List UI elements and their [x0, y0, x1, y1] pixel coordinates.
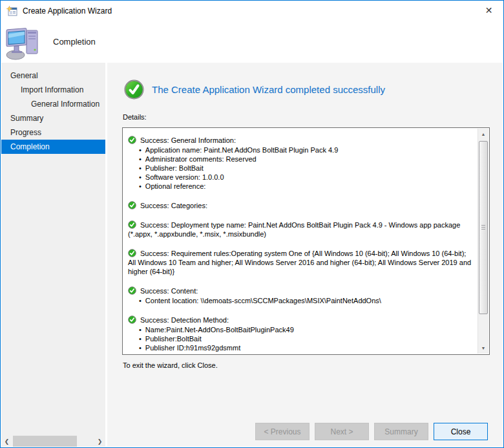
scroll-up-icon[interactable]: ▲	[478, 129, 488, 140]
detail-item: Name:Paint.Net-AddOns-BoltBaitPluginPack…	[139, 325, 475, 334]
previous-button[interactable]: < Previous	[255, 423, 310, 440]
sidebar-item-label: Summary	[10, 114, 43, 123]
section-head: Success: General Information:	[128, 136, 475, 145]
sidebar-item-summary[interactable]: Summary	[1, 111, 105, 125]
section-head: Success: Categories:	[128, 201, 475, 210]
section-head: Success: Detection Method:	[128, 315, 475, 325]
section-head: Success: Content:	[128, 286, 475, 295]
details-section: Success: Deployment type name: Paint.Net…	[128, 220, 475, 239]
sidebar-item-general[interactable]: General	[1, 69, 105, 83]
wizard-header-banner: Completion	[1, 21, 503, 63]
detail-item: Architecture: x64	[139, 352, 475, 354]
success-check-icon	[128, 220, 136, 229]
vscroll-grip	[481, 225, 485, 230]
section-title: Success: Categories:	[140, 202, 207, 209]
details-section: Success: General Information: Applicatio…	[128, 136, 475, 191]
sidebar-horizontal-scrollbar[interactable]: ❮ ❯	[1, 436, 105, 447]
section-title: Success: Deployment type name: Paint.Net…	[128, 221, 460, 238]
detail-item: Administrator comments: Reserved	[139, 155, 475, 164]
section-bullets: Name:Paint.Net-AddOns-BoltBaitPluginPack…	[128, 325, 475, 354]
section-title: Success: General Information:	[140, 136, 236, 144]
sidebar-item-label: Progress	[10, 128, 41, 137]
sidebar-item-completion[interactable]: Completion	[1, 140, 105, 154]
success-check-icon	[128, 201, 136, 209]
detail-item: Software version: 1.0.0.0	[139, 173, 475, 182]
details-list: Success: General Information: Applicatio…	[123, 128, 478, 354]
detail-item: Publisher ID:h91ms92gdsmmt	[139, 343, 475, 352]
sidebar-item-label: Import Information	[21, 85, 83, 94]
success-check-icon	[128, 286, 136, 295]
sidebar-item-progress[interactable]: Progress	[1, 125, 105, 140]
scroll-left-icon[interactable]: ❮	[1, 436, 12, 447]
section-title: Success: Content:	[140, 287, 198, 295]
summary-button[interactable]: Summary	[374, 423, 428, 440]
wizard-steps-sidebar: General Import Information General Infor…	[1, 63, 105, 447]
section-title: Success: Detection Method:	[140, 316, 229, 324]
scroll-down-icon[interactable]: ▼	[478, 343, 488, 354]
sidebar-item-label: Completion	[10, 142, 50, 151]
exit-hint-text: To exit the wizard, click Close.	[123, 361, 218, 369]
detail-item: Publisher:BoltBait	[139, 334, 475, 343]
detail-item: Content location: \\demoats-sccm\SCCMPac…	[139, 296, 475, 305]
details-section: Success: Categories:	[128, 201, 475, 210]
details-box: Success: General Information: Applicatio…	[122, 127, 490, 355]
sidebar-item-import-information[interactable]: Import Information	[1, 83, 105, 97]
title-bar: Create Application Wizard ✕	[1, 1, 503, 21]
details-label: Details:	[123, 113, 147, 121]
wizard-button-row: < PreviousNext >SummaryClose	[255, 423, 488, 440]
section-bullets: Application name: Paint.Net AddOns BoltB…	[128, 145, 475, 191]
hscroll-thumb[interactable]	[13, 436, 77, 447]
page-title: Completion	[53, 37, 96, 47]
details-section: Success: Content: Content location: \\de…	[128, 286, 475, 305]
success-check-icon	[128, 136, 136, 144]
success-check-icon	[128, 249, 136, 257]
wizard-app-icon	[6, 6, 17, 16]
section-head: Success: Deployment type name: Paint.Net…	[128, 220, 475, 239]
hscroll-track[interactable]	[12, 436, 94, 447]
create-application-wizard-window: Create Application Wizard ✕ Completion	[0, 0, 504, 448]
window-title: Create Application Wizard	[23, 6, 112, 16]
section-head: Success: Requirement rules:Operating sys…	[128, 249, 475, 276]
status-row: The Create Application Wizard completed …	[124, 80, 385, 100]
details-vertical-scrollbar[interactable]: ▲ ▼	[478, 129, 488, 354]
close-button[interactable]: Close	[434, 423, 488, 440]
detail-item: Optional reference:	[139, 182, 475, 191]
section-title: Success: Requirement rules:Operating sys…	[128, 250, 471, 275]
vscroll-thumb[interactable]	[479, 141, 488, 314]
section-bullets: Content location: \\demoats-sccm\SCCMPac…	[128, 296, 475, 305]
sidebar-item-label: General	[10, 71, 38, 80]
success-check-icon	[124, 80, 144, 100]
details-section: Success: Requirement rules:Operating sys…	[128, 249, 475, 276]
sidebar-item-general-information[interactable]: General Information	[1, 97, 105, 111]
detail-item: Publisher: BoltBait	[139, 164, 475, 173]
next-button[interactable]: Next >	[315, 423, 369, 440]
sidebar-item-label: General Information	[31, 100, 100, 109]
scroll-right-icon[interactable]: ❯	[94, 436, 105, 447]
computer-icon	[5, 25, 43, 60]
completion-status-heading: The Create Application Wizard completed …	[152, 84, 385, 95]
wizard-body: General Import Information General Infor…	[1, 63, 503, 447]
details-section: Success: Detection Method: Name:Paint.Ne…	[128, 315, 475, 354]
close-icon[interactable]: ✕	[474, 1, 503, 20]
sidebar-nav: General Import Information General Infor…	[1, 69, 105, 154]
detail-item: Application name: Paint.Net AddOns BoltB…	[139, 145, 475, 155]
completion-page-content: The Create Application Wizard completed …	[107, 63, 503, 447]
success-check-icon	[128, 315, 136, 324]
